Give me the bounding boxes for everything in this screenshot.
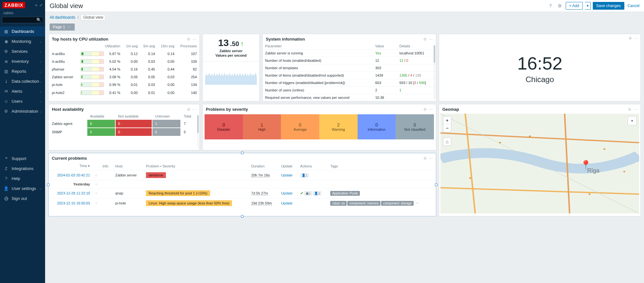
nav-item-inventory[interactable]: ≣Inventory⌄: [0, 56, 45, 66]
nav-item-sign-out[interactable]: ⏻Sign out: [0, 193, 45, 203]
nav-item-support[interactable]: ❝Support: [0, 154, 45, 164]
nav-item-help[interactable]: ?Help: [0, 174, 45, 184]
map-home-button[interactable]: ⌂: [443, 138, 451, 146]
gear-icon[interactable]: ⚙: [423, 37, 427, 42]
problem-row[interactable]: 2023-12-28 11:22:10 qnap Reaching thresh…: [49, 188, 436, 198]
more-icon[interactable]: ⋯: [429, 107, 433, 112]
host-cell[interactable]: rt-ac68u: [49, 58, 77, 65]
cancel-link[interactable]: Cancel: [628, 4, 639, 8]
severity-not-classified[interactable]: 0Not classified: [396, 114, 434, 139]
tag[interactable]: Application: Pools: [330, 191, 360, 196]
resize-handle-top[interactable]: [241, 152, 244, 154]
host-cell[interactable]: Zabbix server: [49, 73, 77, 81]
more-icon[interactable]: ⋯: [634, 36, 638, 41]
host-cell[interactable]: qnap: [113, 188, 143, 198]
more-icon[interactable]: ⋯: [192, 37, 196, 42]
problem-pill[interactable]: deleteme: [146, 172, 166, 178]
table-row[interactable]: rt-ac66u 5.87 %0.120.140.14107: [49, 50, 199, 58]
table-row[interactable]: Zabbix server 3.08 %0.050.050.03254: [49, 73, 199, 81]
gear-icon[interactable]: ⚙: [187, 107, 190, 112]
add-button[interactable]: + Add: [566, 2, 583, 10]
update-link[interactable]: Update: [281, 191, 292, 195]
severity-warning[interactable]: 2Warning: [319, 114, 358, 139]
zoom-out-button[interactable]: −: [443, 124, 451, 132]
notavail-cell[interactable]: 0: [116, 128, 152, 136]
problem-time-link[interactable]: 2023-12-28 11:22:10: [57, 191, 90, 195]
more-icon[interactable]: ⋯: [633, 107, 637, 112]
nav-item-users[interactable]: ☺Users⌄: [0, 96, 45, 106]
severity-average[interactable]: 0Average: [281, 114, 319, 139]
search-input[interactable]: [2, 17, 43, 23]
expand-icon[interactable]: ⤢: [39, 3, 43, 7]
resize-handle-left[interactable]: [47, 184, 50, 186]
nav-item-monitoring[interactable]: ◉Monitoring⌄: [0, 36, 45, 46]
table-row[interactable]: pfsense 4.54 %0.160.450.4482: [49, 65, 199, 73]
action-count[interactable]: 👤2: [313, 191, 321, 195]
duration-cell[interactable]: 19d 23h 59m: [251, 201, 272, 205]
problem-row[interactable]: 2023-12-15 16:50:03 pi-hole Linux: High …: [49, 198, 436, 208]
nav-item-user-settings[interactable]: 👤User settings⌄: [0, 184, 45, 193]
host-cell[interactable]: pi-hole: [113, 198, 143, 208]
problem-pill[interactable]: Reaching threshold for pool 1 (<15%): [146, 190, 210, 196]
resize-handle-right[interactable]: [435, 184, 437, 186]
more-icon[interactable]: ⋯: [192, 107, 196, 112]
settings-gear-icon[interactable]: ⚙: [556, 2, 564, 10]
more-icon[interactable]: ⋯: [429, 37, 433, 42]
table-row[interactable]: rt-ac68u 5.02 %0.000.030.05109: [49, 58, 199, 65]
host-cell[interactable]: pfsense: [49, 65, 77, 73]
table-row[interactable]: pi-hole 0.99 %0.010.030.00134: [49, 81, 199, 89]
map-filter-button[interactable]: ▾: [628, 116, 637, 125]
update-link[interactable]: Update: [281, 201, 292, 205]
unknown-cell[interactable]: 1: [152, 120, 180, 127]
tag[interactable]: class: os: [330, 201, 347, 206]
brand-logo[interactable]: ZABBIX: [3, 2, 25, 8]
nav-item-services[interactable]: ⚙Services⌄: [0, 46, 45, 56]
add-dropdown-button[interactable]: ▾: [585, 2, 591, 10]
widget-current-problems[interactable]: Current problems ⚙⋯ Time ▾InfoHostProble…: [48, 153, 436, 216]
nav-item-administration[interactable]: ⚙Administration⌄: [0, 106, 45, 116]
unknown-cell[interactable]: 0: [152, 128, 180, 136]
problem-time-link[interactable]: 2024-01-03 20:42:21: [57, 173, 90, 177]
duration-cell[interactable]: 7d 5h 27m: [251, 191, 268, 195]
breadcrumb-root[interactable]: All dashboards: [50, 15, 75, 20]
save-changes-button[interactable]: Save changes: [593, 2, 624, 10]
update-link[interactable]: Update: [281, 173, 292, 177]
duration-cell[interactable]: 20h 7m 16s: [251, 173, 270, 177]
gear-icon[interactable]: ⚙: [423, 156, 427, 161]
problem-row[interactable]: 2024-01-03 20:42:21 Zabbix server delete…: [49, 170, 436, 180]
zoom-in-button[interactable]: +: [443, 117, 451, 124]
more-icon[interactable]: ⋯: [429, 156, 433, 161]
help-icon[interactable]: ?: [547, 2, 554, 10]
action-user-icon[interactable]: 👤1: [300, 173, 309, 177]
dashboard-page-chip[interactable]: Page 1 ⋯: [50, 24, 75, 31]
host-cell[interactable]: Zabbix server: [113, 170, 143, 180]
table-row[interactable]: pi-hole2 0.41 %0.000.010.00140: [49, 89, 199, 96]
avail-cell[interactable]: 6: [87, 120, 115, 127]
breadcrumb-current[interactable]: Global view: [81, 14, 105, 20]
host-cell[interactable]: pi-hole2: [49, 89, 77, 96]
resize-handle-bottom[interactable]: [241, 215, 244, 218]
map-canvas[interactable]: + − ⌂ ▾ 📍 Rīga: [440, 114, 639, 213]
tag[interactable]: component: memory: [347, 201, 380, 206]
more-tags-icon[interactable]: ⋯: [415, 201, 419, 205]
gear-icon[interactable]: ⚙: [423, 107, 427, 112]
nav-item-reports[interactable]: ▥Reports⌄: [0, 66, 45, 76]
page-chip-menu-icon[interactable]: ⋯: [67, 25, 72, 29]
severity-information[interactable]: 0Information: [358, 114, 396, 139]
nav-item-integrations[interactable]: ZIntegrations: [0, 164, 45, 174]
nav-item-alerts[interactable]: ✉Alerts⌄: [0, 86, 45, 96]
notavail-cell[interactable]: 0: [116, 120, 152, 127]
host-cell[interactable]: pi-hole: [49, 81, 77, 89]
nav-item-data-collection[interactable]: ⤓Data collection⌄: [0, 76, 45, 86]
host-cell[interactable]: rt-ac66u: [49, 50, 77, 58]
problem-pill[interactable]: Linux: High swap space usage (less than …: [146, 200, 232, 206]
action-count[interactable]: ▣1: [304, 191, 312, 195]
nav-item-dashboards[interactable]: ▦Dashboards: [0, 26, 45, 36]
severity-high[interactable]: 1High: [243, 114, 281, 139]
problem-time-link[interactable]: 2023-12-15 16:50:03: [57, 201, 90, 205]
gear-icon[interactable]: ⚙: [187, 37, 190, 42]
tag[interactable]: component: storage: [381, 201, 413, 206]
gear-icon[interactable]: ⚙: [628, 107, 631, 112]
gear-icon[interactable]: ⚙: [629, 36, 632, 41]
avail-cell[interactable]: 5: [87, 128, 115, 136]
